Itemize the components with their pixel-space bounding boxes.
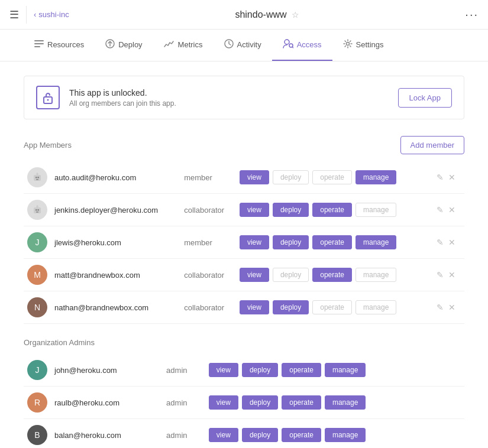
tab-access-label: Access (297, 40, 322, 49)
svg-rect-20 (36, 212, 38, 213)
operate-badge[interactable]: operate (282, 363, 321, 377)
deploy-badge[interactable]: deploy (273, 268, 309, 282)
operate-badge[interactable]: operate (282, 428, 321, 442)
operate-badge[interactable]: operate (312, 268, 352, 282)
deploy-badge[interactable]: deploy (273, 203, 309, 217)
manage-badge[interactable]: manage (325, 363, 366, 377)
manage-badge[interactable]: manage (325, 428, 366, 442)
deploy-badge[interactable]: deploy (242, 428, 278, 442)
view-badge[interactable]: view (240, 268, 269, 282)
table-row: B balan@heroku.com admin view deploy ope… (24, 419, 464, 449)
access-icon (283, 39, 293, 50)
permission-badges: view deploy operate manage (240, 203, 425, 217)
svg-rect-13 (38, 177, 40, 178)
remove-icon[interactable]: ✕ (448, 238, 455, 247)
view-badge[interactable]: view (209, 395, 238, 410)
permission-badges: view deploy operate manage (240, 268, 425, 282)
edit-cell (454, 419, 464, 449)
tab-activity[interactable]: Activity (214, 30, 272, 61)
svg-line-7 (292, 47, 293, 48)
lock-app-button[interactable]: Lock App (398, 88, 453, 108)
edit-cell (454, 354, 464, 387)
email-cell: jenkins.deployer@heroku.com (51, 194, 180, 226)
svg-rect-12 (35, 177, 37, 178)
role-cell: admin (163, 387, 205, 419)
manage-badge[interactable]: manage (356, 203, 396, 217)
avatar-cell: N (24, 291, 51, 324)
permission-badges: view deploy operate manage (209, 363, 450, 377)
view-badge[interactable]: view (240, 203, 269, 217)
action-icons: ✎ ✕ (432, 205, 461, 215)
deploy-badge[interactable]: deploy (273, 300, 309, 314)
permissions-cell: view deploy operate manage (205, 419, 454, 449)
tab-access[interactable]: Access (272, 30, 332, 61)
edit-icon[interactable]: ✎ (437, 303, 444, 312)
back-button[interactable]: ‹ sushi-inc (34, 10, 69, 19)
manage-badge[interactable]: manage (356, 170, 396, 184)
remove-icon[interactable]: ✕ (448, 205, 455, 215)
manage-badge[interactable]: manage (325, 395, 366, 410)
more-icon[interactable]: ··· (465, 8, 479, 21)
remove-icon[interactable]: ✕ (448, 270, 455, 280)
remove-icon[interactable]: ✕ (448, 303, 455, 312)
banner-subtitle: All org members can join this app. (69, 99, 176, 108)
action-icons: ✎ ✕ (432, 270, 461, 280)
remove-icon[interactable]: ✕ (448, 173, 455, 182)
tab-resources[interactable]: Resources (24, 30, 95, 60)
org-admins-table: J john@heroku.com admin view deploy oper… (24, 354, 464, 448)
tab-deploy[interactable]: Deploy (95, 30, 153, 61)
permission-badges: view deploy operate manage (209, 428, 450, 442)
action-icons: ✎ ✕ (432, 238, 461, 247)
table-row: J john@heroku.com admin view deploy oper… (24, 354, 464, 387)
manage-badge[interactable]: manage (356, 268, 396, 282)
deploy-badge[interactable]: deploy (273, 235, 309, 249)
tab-settings[interactable]: Settings (332, 30, 395, 61)
manage-badge[interactable]: manage (356, 300, 396, 314)
role-cell: admin (163, 354, 205, 387)
avatar-cell: J (24, 226, 51, 259)
svg-rect-21 (37, 206, 38, 207)
org-admins-section: Organization Admins J john@heroku.com ad… (24, 338, 464, 448)
operate-badge[interactable]: operate (312, 203, 352, 217)
edit-icon[interactable]: ✎ (437, 238, 444, 247)
table-row: R raulb@heroku.com admin view deploy ope… (24, 387, 464, 419)
tab-metrics[interactable]: Metrics (153, 31, 214, 60)
operate-badge[interactable]: operate (282, 395, 321, 410)
operate-badge[interactable]: operate (312, 300, 352, 314)
view-badge[interactable]: view (209, 363, 238, 377)
table-row: J jlewis@heroku.com member view deploy o… (24, 226, 464, 259)
member-role: collaborator (184, 206, 224, 215)
deploy-icon (105, 39, 115, 50)
operate-badge[interactable]: operate (312, 170, 352, 184)
avatar (27, 200, 47, 220)
view-badge[interactable]: view (240, 235, 269, 249)
email-cell: auto.audit@heroku.com (51, 161, 180, 194)
deploy-badge[interactable]: deploy (273, 170, 309, 184)
view-badge[interactable]: view (240, 170, 269, 184)
avatar-cell: J (24, 354, 51, 387)
avatar-cell: M (24, 259, 51, 291)
view-badge[interactable]: view (209, 428, 238, 442)
unlock-banner: This app is unlocked. All org members ca… (24, 76, 464, 119)
email-cell: jlewis@heroku.com (51, 226, 180, 259)
edit-icon[interactable]: ✎ (437, 270, 444, 280)
edit-icon[interactable]: ✎ (437, 173, 444, 182)
view-badge[interactable]: view (240, 300, 269, 314)
deploy-badge[interactable]: deploy (242, 363, 278, 377)
lock-icon-box (36, 86, 60, 109)
deploy-badge[interactable]: deploy (242, 395, 278, 410)
edit-cell (454, 387, 464, 419)
member-email: auto.audit@heroku.com (54, 173, 136, 182)
star-icon[interactable]: ☆ (292, 10, 299, 20)
edit-icon[interactable]: ✎ (437, 205, 444, 215)
role-cell: member (180, 226, 236, 259)
avatar: M (27, 265, 47, 285)
operate-badge[interactable]: operate (312, 235, 352, 249)
add-member-button[interactable]: Add member (400, 136, 464, 154)
manage-badge[interactable]: manage (356, 235, 396, 249)
menu-icon[interactable]: ☰ (9, 8, 19, 21)
app-members-header: App Members Add member (24, 136, 464, 154)
topbar: ☰ ‹ sushi-inc shindo-www ☆ ··· (0, 0, 488, 30)
permission-badges: view deploy operate manage (240, 235, 425, 249)
permission-badges: view deploy operate manage (240, 170, 425, 184)
